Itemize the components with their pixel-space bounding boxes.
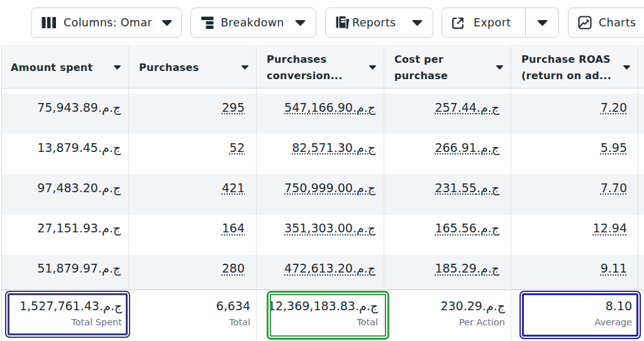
column-header-text: Purchase ROAS (return on ad... (521, 51, 611, 85)
chevron-down-icon (623, 65, 631, 70)
metric-link[interactable]: 231.55ج.م. (435, 181, 499, 194)
column-header-label: purchase (394, 68, 448, 85)
metric-link[interactable]: 266.91ج.م. (435, 141, 499, 154)
totals-row: 1,527,761.43ج.م.Total Spent6,634Total12,… (0, 290, 644, 341)
charts-button[interactable]: Charts (568, 8, 644, 38)
metric-number: 13,879.45 (37, 141, 98, 154)
currency-symbol: ج.م. (353, 141, 375, 154)
table-cell: 231.55ج.م. (384, 174, 511, 214)
currency-symbol: ج.م. (482, 299, 505, 313)
metric-number: 295 (222, 100, 245, 114)
totals-cell: 6,634Total (128, 290, 256, 341)
export-dropdown-button[interactable] (525, 8, 558, 37)
currency-symbol: ج.م. (353, 181, 375, 195)
metric-link[interactable]: 82,571.30ج.م. (292, 141, 375, 154)
breakdown-button[interactable]: Breakdown (191, 8, 316, 38)
column-header-cost-per-purchase[interactable]: Cost per purchase (384, 46, 511, 88)
metric-number: 230.29 (440, 299, 482, 313)
metric-link[interactable]: 295 (222, 101, 245, 114)
metric-link[interactable]: 12.94 (593, 222, 627, 234)
metric-link[interactable]: 7.70 (601, 181, 627, 194)
table-cell: 165.56ج.م. (384, 215, 511, 255)
totals-value: 1,527,761.43ج.م. (0, 300, 122, 313)
column-header-label: Purchase ROAS (521, 51, 611, 68)
column-divider (511, 45, 511, 341)
metric-number: 231.55 (435, 181, 476, 195)
metric-link[interactable]: 547,166.90ج.م. (284, 101, 375, 114)
metric-number: 75,943.89 (37, 100, 98, 114)
column-divider (256, 45, 257, 341)
metric-value: 13,879.45ج.م. (37, 141, 121, 154)
reports-button[interactable]: Reports (325, 8, 433, 38)
metric-number: 12.94 (593, 221, 627, 235)
metric-link[interactable]: 7.20 (601, 101, 627, 114)
column-header-amount-spent[interactable]: Amount spent (0, 46, 128, 88)
totals-cell: 8.10Average (511, 290, 638, 341)
currency-symbol: ج.م. (477, 100, 499, 114)
currency-symbol: ج.م. (98, 100, 121, 114)
table-cell: 7.70 (511, 174, 638, 214)
reports-button-label: Reports (352, 16, 396, 29)
metric-link[interactable]: 257.44ج.م. (435, 101, 499, 114)
column-header-purchases-conversion[interactable]: Purchases conversion... (256, 46, 384, 88)
column-divider (384, 45, 384, 341)
metric-number: 12,369,183.83 (268, 299, 355, 313)
breakdown-button-label: Breakdown (221, 16, 284, 29)
metric-number: 8.10 (606, 299, 632, 313)
metric-link[interactable]: 351,303.00ج.م. (284, 222, 375, 234)
totals-label: Total (256, 315, 378, 329)
metric-number: 5.95 (601, 141, 627, 154)
metric-link[interactable]: 472,613.20ج.م. (284, 262, 375, 274)
chevron-down-icon (113, 65, 121, 70)
column-header-label: Amount spent (11, 60, 93, 77)
columns-button[interactable]: Columns: Omar (31, 8, 182, 38)
metric-number: 6,634 (216, 299, 250, 313)
metric-number: 7.20 (601, 100, 627, 114)
column-header-purchase-roas[interactable]: Purchase ROAS (return on ad... (511, 46, 638, 88)
export-button-label: Export (474, 16, 511, 29)
column-header-purchases[interactable]: Purchases (128, 46, 256, 88)
currency-symbol: ج.م. (353, 221, 375, 235)
metric-number: 165.56 (435, 221, 476, 235)
columns-icon (42, 17, 57, 28)
currency-symbol: ج.م. (355, 299, 378, 313)
metric-link[interactable]: 421 (222, 181, 245, 194)
metric-link[interactable]: 280 (222, 262, 245, 274)
export-button[interactable]: Export (442, 8, 525, 37)
metric-link[interactable]: 164 (222, 222, 245, 234)
metric-number: 82,571.30 (292, 141, 353, 154)
currency-symbol: ج.م. (353, 261, 375, 275)
metric-link[interactable]: 52 (230, 141, 245, 154)
metric-link[interactable]: 750,999.00ج.م. (284, 181, 375, 194)
metric-number: 7.70 (601, 181, 627, 195)
table-row: 97,483.20ج.م.421750,999.00ج.م.231.55ج.م.… (0, 174, 644, 214)
table-cell: 75,943.89ج.م. (0, 94, 128, 134)
totals-value: 8.10 (511, 300, 632, 313)
table-cell: 97,483.20ج.م. (0, 174, 128, 214)
metric-number: 164 (222, 221, 245, 235)
metric-link[interactable]: 5.95 (601, 141, 627, 154)
table-cell: 547,166.90ج.م. (256, 94, 384, 134)
metric-link[interactable]: 9.11 (601, 262, 627, 274)
metric-link[interactable]: 185.29ج.م. (435, 262, 499, 274)
metric-number: 257.44 (435, 100, 476, 114)
column-header-label: Purchases (139, 60, 199, 77)
reports-icon (336, 16, 350, 30)
metric-number: 97,483.20 (37, 181, 98, 195)
table-header: Amount spent Purchases Purchases convers… (0, 45, 644, 89)
metric-value: 97,483.20ج.م. (37, 181, 121, 194)
table-row: 13,879.45ج.م.5282,571.30ج.م.266.91ج.م.5.… (0, 134, 644, 174)
totals-cell: 230.29ج.م.Per Action (384, 290, 511, 341)
currency-symbol: ج.م. (477, 181, 499, 195)
currency-symbol: ج.م. (98, 181, 121, 195)
currency-symbol: ج.م. (477, 261, 499, 275)
chevron-down-icon (536, 20, 548, 26)
totals-label: Total (128, 315, 250, 329)
metric-number: 185.29 (435, 261, 476, 275)
charts-button-label: Charts (599, 16, 636, 29)
metric-link[interactable]: 165.56ج.م. (435, 222, 499, 234)
currency-symbol: ج.م. (98, 141, 121, 154)
column-header-label: (return on ad... (521, 68, 611, 85)
chevron-down-icon (241, 65, 249, 70)
table-cell: 185.29ج.م. (384, 255, 511, 290)
